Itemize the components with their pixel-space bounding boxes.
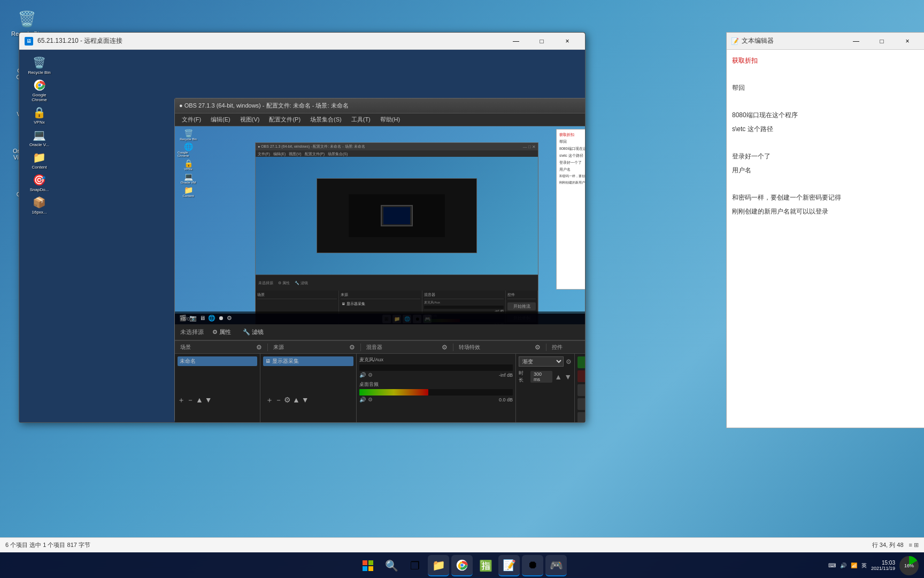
tray-clock[interactable]: 15:03 2021/11/19 (871, 560, 895, 571)
taskbar-translate-btn[interactable]: 🈯 (475, 555, 496, 576)
obs-menu-view[interactable]: 视图(V) (236, 115, 264, 125)
obs-menu-help[interactable]: 帮助(H) (376, 115, 404, 125)
tray-network-icon[interactable]: 📶 (851, 562, 857, 568)
mini-obs-window: ● OBS 27.1.3 (64-bit, windows) - 配置文件: 未… (255, 142, 538, 324)
second-maximize-btn[interactable]: □ (869, 34, 894, 48)
scene-up-btn[interactable]: ▲ (196, 396, 203, 405)
mixer-ch2-icons: 🔊 ⚙ 0.0 dB (359, 397, 513, 402)
tray-speaker-icon[interactable]: 🔊 (840, 562, 846, 568)
taskbar-app2-btn[interactable]: 🎮 (545, 555, 567, 576)
remote-icon-3: 🔒 VPNx (25, 105, 54, 125)
mixer-col-icon[interactable]: ⚙ (442, 344, 448, 351)
second-window-controls: — □ × (844, 34, 920, 48)
remote-window-controls: — □ × (504, 34, 580, 48)
taskbar-start-btn[interactable] (357, 555, 379, 576)
studio-mode-btn[interactable]: 工作室模式 (578, 398, 585, 410)
text-line-7 (732, 138, 919, 149)
transition-col-icon[interactable]: ⚙ (535, 344, 541, 351)
mixer-ch1-mute[interactable]: 🔊 (359, 372, 366, 378)
scene-add-btn[interactable]: ＋ (178, 396, 185, 405)
preview-tb-settings[interactable]: ⚙ (227, 315, 232, 322)
obs-menu-tools[interactable]: 工具(T) (347, 115, 375, 125)
source-add-btn[interactable]: ＋ (266, 396, 273, 405)
obs-source-label: +8/0:3 (180, 316, 194, 322)
transition-select[interactable]: 渐变 (519, 356, 564, 367)
remote-icon-4: 💻 Oracle V... (25, 127, 54, 147)
svg-rect-9 (363, 566, 367, 571)
second-titlebar: 📝 文本编辑器 — □ × (727, 33, 924, 50)
source-remove-btn[interactable]: － (275, 396, 282, 405)
source-property-btn[interactable]: ⚙ 属性 (209, 327, 234, 337)
obs-menu-file[interactable]: 文件(F) (178, 115, 205, 125)
mixer-ch2-db: 0.0 dB (499, 397, 513, 402)
remote-titlebar: 🖥 65.21.131.210 - 远程桌面连接 — □ × (19, 33, 585, 50)
settings-btn[interactable]: 设置 (578, 412, 585, 422)
remote-minimize-btn[interactable]: — (504, 34, 528, 48)
remote-icon-2: Google Chrome (25, 78, 54, 102)
text-line-12: 刚刚创建的新用户名就可以以登录 (732, 206, 919, 218)
transition-settings-btn[interactable]: ⚙ (566, 358, 572, 366)
preview-tb-obs[interactable]: ⏺ (218, 315, 224, 321)
remote-close-btn[interactable]: × (555, 34, 580, 48)
source-col-icon[interactable]: ⚙ (349, 344, 355, 351)
second-title-icon: 📝 (731, 37, 739, 45)
tray-keyboard-icon: ⌨ (828, 562, 836, 568)
scene-down-btn[interactable]: ▼ (205, 396, 212, 405)
mixer-ch2-mute[interactable]: 🔊 (359, 397, 366, 402)
second-close-btn[interactable]: × (895, 34, 920, 48)
obs-bottom-panel: 场景 ⚙ 来源 ⚙ 混音器 ⚙ 转场特效 ⚙ (175, 340, 585, 422)
recycle-bin-icon: 🗑️ (16, 8, 37, 29)
source-filter-btn[interactable]: 🔧 滤镜 (240, 327, 267, 337)
taskbar-taskview-btn[interactable]: ❐ (404, 555, 426, 576)
source-up-btn[interactable]: ▲ (292, 396, 300, 405)
statusbar-rowcol: 行 34, 列 48 (872, 541, 904, 549)
remote-maximize-btn[interactable]: □ (529, 34, 554, 48)
nested-chat-window: 获取折扣 帮回 8080端口现在这个程序 s\etc 这个路径 登录好一个了 用… (556, 129, 585, 290)
mixer-ch1-db: -inf dB (499, 372, 513, 378)
preview-tb-screen[interactable]: 🖥 (199, 315, 205, 321)
virtual-cam-btn[interactable]: 启动虚拟摄像机 (578, 384, 585, 396)
mixer-col: 麦克风/Aux 🔊 ⚙ -inf dB (357, 354, 516, 422)
scene-item-default[interactable]: 未命名 (178, 356, 257, 366)
obs-title: ● OBS 27.1.3 (64-bit, windows) - 配置文件: 未… (179, 102, 585, 110)
obs-menu-profile[interactable]: 配置文件(P) (265, 115, 305, 125)
scene-remove-btn[interactable]: － (187, 396, 194, 405)
remote-desktop-window: 🖥 65.21.131.210 - 远程桌面连接 — □ × 🗑️ Recycl… (19, 32, 586, 423)
obs-panel-body: 未命名 ＋ － ▲ ▼ 🖥 显示器采集 (175, 354, 585, 422)
obs-menu-edit[interactable]: 编辑(E) (206, 115, 235, 125)
svg-rect-8 (368, 560, 373, 565)
obs-preview-content: 🗑️ Recycle Bin 🌐 Google Chrome 🔒 (175, 126, 585, 324)
screen-statusbar: 6 个项目 选中 1 个项目 817 字节 行 34, 列 48 ≡ ⊞ (0, 537, 924, 552)
second-minimize-btn[interactable]: — (844, 34, 868, 48)
taskbar-search-btn[interactable]: 🔍 (381, 555, 402, 576)
start-stream-btn[interactable]: 开始推流 (578, 356, 585, 368)
transition-duration-up[interactable]: ▲ (555, 372, 562, 381)
transition-col: 渐变 ⚙ 时长 300 ms ▲ ▼ (516, 354, 575, 422)
mixer-ch1-settings[interactable]: ⚙ (368, 372, 373, 378)
taskbar-notes-btn[interactable]: 📝 (498, 555, 520, 576)
taskbar-obs-tb-btn[interactable]: ⏺ (522, 555, 543, 576)
taskbar-explorer-btn[interactable]: 📁 (428, 555, 449, 576)
transition-duration-down[interactable]: ▼ (564, 372, 572, 381)
mixer-ch1-label: 麦克风/Aux (359, 356, 513, 363)
transition-col-header: 转场特效 ⚙ (453, 344, 546, 351)
source-down-btn[interactable]: ▼ (302, 396, 309, 405)
preview-tb-browser[interactable]: 🌐 (208, 315, 215, 322)
text-line-4 (732, 96, 919, 108)
mixer-col-header: 混音器 ⚙ (361, 344, 454, 351)
remote-title-text: 65.21.131.210 - 远程桌面连接 (37, 36, 504, 45)
source-settings-btn[interactable]: ⚙ (284, 396, 291, 405)
text-line-6: s\etc 这个路径 (732, 124, 919, 135)
text-line-2 (732, 69, 919, 81)
obs-menu-scene-col[interactable]: 场景集合(S) (306, 115, 346, 125)
text-line-1: 获取折扣 (732, 55, 919, 67)
taskbar-right: ⌨ 🔊 📶 英 15:03 2021/11/19 16% (828, 556, 919, 575)
second-content: 获取折扣 帮回 8080端口现在这个程序 s\etc 这个路径 登录好一个了 用… (727, 50, 924, 225)
scene-col-icon[interactable]: ⚙ (256, 344, 262, 351)
taskbar-chrome-btn[interactable] (451, 555, 473, 576)
mixer-ch2-settings[interactable]: ⚙ (368, 397, 373, 402)
statusbar-view-icons: ≡ ⊞ (909, 542, 919, 549)
text-line-3: 帮回 (732, 82, 919, 94)
source-item-display[interactable]: 🖥 显示器采集 (263, 356, 353, 366)
start-record-btn[interactable]: 开始录制 (578, 370, 585, 382)
